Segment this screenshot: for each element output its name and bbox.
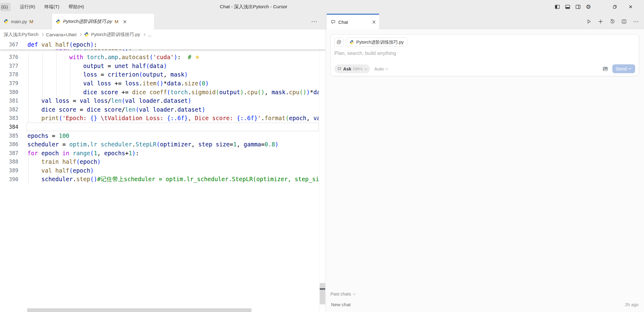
line-number: 379: [0, 80, 27, 86]
indent-guide: [42, 62, 43, 70]
code-text: with torch.autocast(): # ★: [27, 49, 319, 51]
indent-guide: [42, 53, 43, 62]
window-controls: ⚙ ×: [550, 0, 644, 14]
code-text: output = unet_half(data): [27, 63, 319, 69]
chat-footer: Past chats New chat 2h ago: [330, 292, 639, 308]
past-chat-title: New chat: [331, 302, 351, 307]
split-editor-icon[interactable]: [621, 19, 627, 24]
menu-terminal[interactable]: 终端(T): [44, 4, 59, 10]
tab-label: main.py: [11, 19, 27, 24]
tab-label: Pytorch进阶训练技巧.py: [63, 19, 112, 24]
line-number: 380: [0, 89, 27, 95]
code-line[interactable]: 388 train_half(epoch): [0, 157, 319, 166]
code-line[interactable]: 377 output = unet_half(data): [0, 62, 319, 70]
code-line[interactable]: 381 val_loss = val_loss/len(val_loader.d…: [0, 96, 319, 105]
indent-guide: [28, 79, 29, 88]
line-number: 390: [0, 176, 27, 182]
line-number: 383: [0, 115, 27, 121]
code-text: val_loss += loss.item()*data.size(0): [27, 80, 319, 87]
settings-gear-icon[interactable]: ⚙: [586, 4, 591, 10]
code-line[interactable]: 389 val_half(epoch): [0, 166, 319, 175]
window-title: Chat - 深入浅出Pytorch - Cursor: [220, 4, 287, 10]
breadcrumb-symbol[interactable]: ...: [148, 32, 152, 37]
editor-more-actions-icon[interactable]: ⋯: [311, 14, 318, 29]
line-number: 382: [0, 106, 27, 113]
code-text: dice_score += dice_coeff(torch.sigmoid(o…: [27, 89, 319, 95]
chevron-right-icon: [79, 33, 82, 36]
vertical-scrollbar[interactable]: [319, 40, 326, 312]
sticky-scroll-line[interactable]: 367 def val_half(epoch):: [0, 40, 326, 49]
close-button[interactable]: ×: [623, 3, 639, 10]
restore-button[interactable]: [607, 5, 623, 9]
more-actions-icon[interactable]: ⋯: [633, 18, 639, 25]
context-file-chip[interactable]: Pytorch进阶训练技巧.py: [346, 38, 407, 47]
code-editor[interactable]: 367 def val_half(epoch): with torch.auto…: [0, 40, 326, 312]
partially-scrolled-line: with torch.autocast(): # ★: [0, 49, 326, 53]
add-context-button[interactable]: @: [334, 38, 343, 47]
indent-guide: [28, 175, 29, 184]
chat-body: @ Pytorch进阶训练技巧.py Plan, search, build a…: [326, 29, 644, 312]
code-line[interactable]: 378 loss = criterion(output, mask): [0, 70, 319, 79]
ask-bubble-icon: [337, 67, 341, 71]
breadcrumb-folder[interactable]: Carvana+UNet: [46, 32, 76, 37]
indent-guide: [28, 70, 29, 79]
history-icon[interactable]: [610, 19, 615, 24]
code-line[interactable]: 379 val_loss += loss.item()*data.size(0): [0, 79, 319, 88]
code-text: loss = criterion(output, mask): [27, 71, 319, 78]
tab-chat[interactable]: Chat ×: [327, 14, 379, 29]
menu-run[interactable]: 运行(R): [20, 4, 35, 10]
tab-main-py[interactable]: main.py M: [0, 14, 52, 29]
code-line[interactable]: 387for epoch in range(1, epochs+1):: [0, 149, 319, 158]
breadcrumb-file[interactable]: Pytorch进阶训练技巧.py: [91, 32, 140, 38]
past-chats-toggle[interactable]: Past chats: [330, 292, 639, 296]
python-icon: [84, 32, 89, 37]
toggle-secondary-sidebar-icon[interactable]: [575, 4, 581, 9]
mode-shortcut: Ctrl+L: [353, 67, 363, 71]
tab-close-icon[interactable]: ×: [123, 19, 127, 25]
code-line[interactable]: 380 dice_score += dice_coeff(torch.sigmo…: [0, 88, 319, 96]
code-line[interactable]: 383 print('Epoch: {} \tValidation Loss: …: [0, 114, 319, 123]
chat-tab-label: Chat: [338, 20, 348, 25]
attach-image-icon[interactable]: [603, 66, 608, 71]
chat-bubble-icon: [331, 20, 336, 24]
code-line[interactable]: 384: [0, 123, 319, 131]
toggle-panel-icon[interactable]: [565, 4, 570, 9]
model-selector[interactable]: Auto: [374, 66, 388, 71]
code-line[interactable]: 386scheduler = optim.lr_scheduler.StepLR…: [0, 140, 319, 149]
chevron-down-icon: [385, 67, 388, 70]
menu-help[interactable]: 帮助(H): [69, 4, 84, 10]
vertical-scrollbar-thumb[interactable]: [320, 283, 325, 304]
line-number: 385: [0, 133, 27, 139]
indent-guide: [70, 79, 70, 88]
indent-guide: [28, 114, 29, 123]
tab-pytorch-file[interactable]: Pytorch进阶训练技巧.py M ×: [52, 14, 154, 29]
past-chat-item[interactable]: New chat 2h ago: [330, 301, 639, 308]
code-lines: 376 with torch.amp.autocast('cuda'): # ★…: [0, 53, 326, 184]
indent-guide: [42, 88, 43, 96]
menu-goto[interactable]: (G): [0, 3, 11, 11]
chat-input-box[interactable]: @ Pytorch进阶训练技巧.py Plan, search, build a…: [330, 34, 639, 76]
toggle-primary-sidebar-icon[interactable]: [555, 4, 560, 9]
chat-tab-close-icon[interactable]: ×: [372, 19, 376, 25]
send-button[interactable]: Send ↵: [612, 64, 635, 73]
code-line[interactable]: 385epochs = 100: [0, 131, 319, 140]
editor-tab-bar: main.py M Pytorch进阶训练技巧.py M × ⋯: [0, 14, 326, 29]
chevron-down-icon: [353, 292, 356, 295]
chevron-down-icon: [365, 67, 368, 70]
horizontal-scrollbar-thumb[interactable]: [27, 308, 251, 312]
python-icon: [56, 19, 61, 24]
code-line[interactable]: 390 scheduler.step()#记住带上scheduler = opt…: [0, 175, 319, 184]
editor-region: main.py M Pytorch进阶训练技巧.py M × ⋯ 深入浅出PyT…: [0, 14, 326, 312]
chat-input-placeholder[interactable]: Plan, search, build anything: [334, 50, 635, 56]
mode-label: Ask: [343, 66, 351, 71]
code-text: scheduler.step()#记住带上scheduler = optim.l…: [27, 175, 319, 183]
mode-selector[interactable]: Ask Ctrl+L: [334, 64, 370, 73]
new-chat-plus-icon[interactable]: [598, 19, 603, 24]
code-line[interactable]: 376 with torch.amp.autocast('cuda'): # ★: [0, 53, 319, 62]
past-chat-time: 2h ago: [625, 302, 639, 307]
enter-key-icon: ↵: [628, 66, 632, 71]
run-icon[interactable]: [586, 19, 592, 24]
code-line[interactable]: 382 dice_score = dice_score/len(val_load…: [0, 105, 319, 114]
code-text: dice_score = dice_score/len(val_loader.d…: [27, 106, 319, 113]
breadcrumb-folder[interactable]: 深入浅出PyTorch: [4, 32, 38, 38]
